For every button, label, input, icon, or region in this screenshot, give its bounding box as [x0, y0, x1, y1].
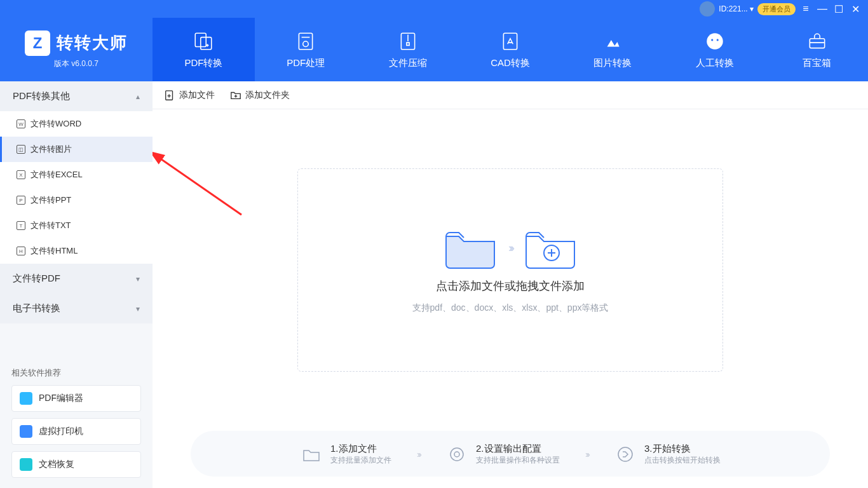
txt-icon: T	[17, 221, 25, 230]
svg-point-3	[303, 41, 309, 47]
section-title: PDF转换其他	[13, 90, 70, 102]
svg-point-13	[451, 448, 463, 461]
svg-point-6	[707, 33, 723, 50]
header: Z 转转大师 版本 v6.0.0.7 PDF转换 PDF处理 文件压缩 CAD转…	[0, 18, 868, 81]
step-2: 2.设置输出配置支持批量操作和各种设置	[445, 443, 560, 466]
sidebar-item-html[interactable]: H文件转HTML	[0, 238, 153, 264]
steps-bar: 1.添加文件支持批量添加文件 ››› 2.设置输出配置支持批量操作和各种设置 ›…	[191, 431, 830, 477]
svg-point-15	[618, 447, 632, 461]
toolbox-icon	[806, 30, 828, 52]
add-folder-button[interactable]: 添加文件夹	[230, 90, 290, 101]
nav-manual[interactable]: 人工转换	[663, 18, 766, 81]
section-title: 电子书转换	[13, 302, 60, 315]
promo-pdf-editor[interactable]: PDF编辑器	[11, 385, 141, 412]
nav-label: PDF处理	[287, 57, 325, 69]
add-file-button[interactable]: 添加文件	[164, 90, 215, 101]
step-sub: 支持批量添加文件	[330, 455, 391, 466]
nav-compress[interactable]: 文件压缩	[357, 18, 459, 81]
sidebar: PDF转换其他 ▴ W文件转WORD ◫文件转图片 X文件转EXCEL P文件转…	[0, 81, 153, 488]
recovery-icon	[20, 458, 32, 471]
sidebar-item-label: 文件转WORD	[31, 118, 81, 130]
promo-label: 虚拟打印机	[39, 426, 83, 437]
step-title: 2.设置输出配置	[476, 443, 560, 455]
promo-recovery[interactable]: 文档恢复	[11, 451, 141, 478]
chevron-up-icon: ▴	[136, 92, 140, 101]
main: 添加文件 添加文件夹 ››› 点击添加文件或拖拽文件添加 支持pdf、doc、d…	[153, 81, 868, 488]
section-to-pdf[interactable]: 文件转PDF ▾	[0, 264, 153, 294]
logo-icon: Z	[25, 30, 50, 56]
promo-label: 文档恢复	[39, 459, 74, 470]
step-1: 1.添加文件支持批量添加文件	[300, 443, 391, 466]
arrows-icon: ›››	[508, 241, 512, 255]
nav-toolbox[interactable]: 百宝箱	[766, 18, 868, 81]
chevron-down-icon: ▾	[136, 304, 140, 313]
vip-badge[interactable]: 开通会员	[757, 3, 796, 15]
sidebar-item-ppt[interactable]: P文件转PPT	[0, 187, 153, 213]
drop-sub-text: 支持pdf、doc、docx、xls、xlsx、ppt、ppx等格式	[412, 302, 609, 314]
svg-rect-5	[503, 33, 517, 50]
titlebar: ID:221... ▾ 开通会员 ≡ — ☐ ✕	[0, 0, 868, 18]
menu-button[interactable]: ≡	[799, 3, 812, 15]
excel-icon: X	[17, 170, 25, 179]
svg-point-7	[711, 39, 713, 41]
section-ebook[interactable]: 电子书转换 ▾	[0, 294, 153, 323]
sidebar-item-label: 文件转HTML	[31, 245, 78, 257]
sidebar-item-excel[interactable]: X文件转EXCEL	[0, 162, 153, 187]
drop-illustration: ›››	[444, 226, 577, 269]
button-label: 添加文件夹	[245, 90, 290, 101]
nav-label: 图片转换	[593, 57, 632, 69]
sidebar-item-image[interactable]: ◫文件转图片	[0, 137, 153, 162]
pdf-process-icon	[295, 30, 316, 52]
promo-label: PDF编辑器	[39, 393, 83, 404]
user-id[interactable]: ID:221... ▾	[719, 4, 754, 13]
image-icon	[602, 30, 623, 52]
nav-cad[interactable]: CAD转换	[459, 18, 562, 81]
top-nav: PDF转换 PDF处理 文件压缩 CAD转换 图片转换 人工转换 百宝箱	[153, 18, 868, 81]
promo-title: 相关软件推荐	[11, 367, 141, 379]
step-gear-icon	[445, 443, 468, 466]
manual-icon	[704, 30, 726, 52]
ppt-icon: P	[17, 196, 25, 205]
step-sub: 点击转换按钮开始转换	[644, 455, 721, 466]
step-title: 3.开始转换	[644, 443, 721, 455]
minimize-button[interactable]: —	[816, 3, 829, 15]
section-pdf-to-other[interactable]: PDF转换其他 ▴	[0, 81, 153, 111]
nav-pdf-convert[interactable]: PDF转换	[153, 18, 255, 81]
drop-main-text: 点击添加文件或拖拽文件添加	[436, 278, 585, 294]
sidebar-item-label: 文件转图片	[31, 144, 72, 155]
nav-label: PDF转换	[184, 57, 222, 69]
nav-label: 百宝箱	[803, 57, 831, 69]
folder-icon	[444, 226, 497, 269]
printer-icon	[20, 425, 32, 438]
sidebar-item-label: 文件转PPT	[31, 194, 71, 206]
sidebar-item-label: 文件转EXCEL	[31, 169, 83, 180]
promo-area: 相关软件推荐 PDF编辑器 虚拟打印机 文档恢复	[0, 360, 153, 488]
nav-label: 文件压缩	[389, 57, 427, 69]
pdf-editor-icon	[20, 392, 32, 405]
section-title: 文件转PDF	[13, 273, 60, 285]
sidebar-item-txt[interactable]: T文件转TXT	[0, 213, 153, 238]
svg-point-14	[454, 452, 459, 457]
sidebar-item-word[interactable]: W文件转WORD	[0, 111, 153, 137]
nav-pdf-process[interactable]: PDF处理	[255, 18, 357, 81]
svg-rect-9	[810, 38, 824, 48]
avatar[interactable]	[700, 1, 715, 17]
step-sep-icon: ›››	[585, 449, 588, 459]
drop-area: ››› 点击添加文件或拖拽文件添加 支持pdf、doc、docx、xls、xls…	[153, 109, 868, 431]
close-button[interactable]: ✕	[849, 3, 862, 15]
nav-image[interactable]: 图片转换	[561, 18, 663, 81]
brand: Z 转转大师 版本 v6.0.0.7	[0, 18, 153, 81]
step-folder-icon	[300, 443, 323, 466]
drop-zone[interactable]: ››› 点击添加文件或拖拽文件添加 支持pdf、doc、docx、xls、xls…	[297, 168, 723, 372]
sidebar-item-label: 文件转TXT	[31, 220, 71, 231]
image-file-icon: ◫	[17, 145, 25, 154]
html-icon: H	[17, 247, 25, 255]
svg-point-8	[716, 39, 718, 41]
maximize-button[interactable]: ☐	[832, 3, 845, 15]
step-sub: 支持批量操作和各种设置	[476, 455, 560, 466]
cad-icon	[499, 30, 521, 52]
folder-add-icon	[524, 226, 577, 269]
add-file-icon	[164, 90, 175, 101]
step-sep-icon: ›››	[417, 449, 420, 459]
promo-printer[interactable]: 虚拟打印机	[11, 418, 141, 445]
